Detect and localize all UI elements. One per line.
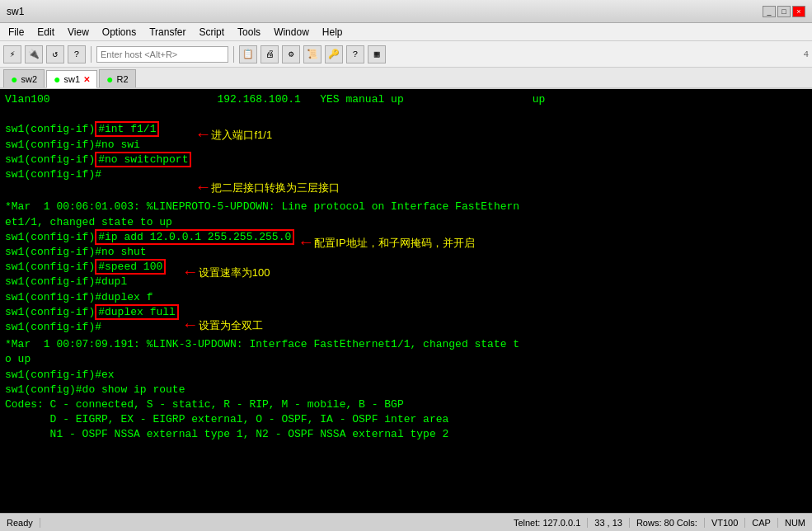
terminal-line-16: o up xyxy=(5,352,807,367)
toolbar-sep1 xyxy=(91,46,92,63)
arrow-no-swp: ← xyxy=(198,176,208,200)
annotation-no-swp: ← 把二层接口转换为三层接口 xyxy=(198,176,340,200)
terminal-area[interactable]: Vlan100 192.168.100.1 YES manual up up s… xyxy=(0,89,812,513)
window-controls[interactable]: _ □ × xyxy=(763,6,805,17)
status-cursor: 33 , 13 xyxy=(594,518,630,528)
status-ready: Ready xyxy=(7,518,40,528)
menu-window[interactable]: Window xyxy=(269,25,314,40)
menu-bar: File Edit View Options Transfer Script T… xyxy=(0,23,812,41)
highlight-duplex-full: #duplex full xyxy=(95,304,179,320)
annotation-block-1: ← 进入端口f1/1 ← 把二层接口转换为三层接口 xyxy=(198,122,340,200)
tab-r2[interactable]: ● R2 xyxy=(99,69,136,87)
terminal-line-0: Vlan100 192.168.100.1 YES manual up up xyxy=(5,92,807,107)
annotation-int-f1: ← 进入端口f1/1 xyxy=(198,124,340,147)
terminal-line-12: sw1(config-if)#duplex f xyxy=(5,290,179,305)
terminal-line-20: D - EIGRP, EX - EIGRP external, O - OSPF… xyxy=(5,412,807,427)
toolbar-btn4[interactable]: ? xyxy=(68,45,86,63)
annotation-ip-add-text: 配置IP地址，和子网掩码，并开启 xyxy=(314,236,474,251)
menu-script[interactable]: Script xyxy=(194,25,229,40)
status-left: Ready xyxy=(7,518,40,528)
highlight-no-switchport: #no switchport xyxy=(95,152,191,167)
block-int-f1: sw1(config-if)#int f1/1 sw1(config-if)#n… xyxy=(5,122,807,200)
terminal-line-19: Codes: C - connected, S - static, R - RI… xyxy=(5,397,807,412)
block-speed-duplex-lines: sw1(config-if)#speed 100 sw1(config-if)#… xyxy=(5,260,179,335)
menu-view[interactable]: View xyxy=(63,25,94,40)
terminal-line-2: sw1(config-if)#int f1/1 xyxy=(5,122,191,137)
status-vt: VT100 xyxy=(711,518,745,528)
toolbar-script-btn[interactable]: 📜 xyxy=(303,45,322,63)
spacer1 xyxy=(198,147,340,162)
terminal-line-4: sw1(config-if)#no switchport xyxy=(5,153,191,167)
terminal-line-14: sw1(config-if)# xyxy=(5,320,179,335)
block-ip-add: sw1(config-if)#ip add 12.0.0.1 255.255.2… xyxy=(5,230,807,260)
status-rowscols: Rows: 80 Cols: xyxy=(636,518,705,528)
highlight-speed: #speed 100 xyxy=(95,259,166,275)
arrow-int-f1: ← xyxy=(198,124,208,147)
annotation-no-swp-text: 把二层接口转换为三层接口 xyxy=(211,181,340,195)
toolbar-help-btn[interactable]: ? xyxy=(346,45,364,63)
terminal-line-18: sw1(config)#do show ip route xyxy=(5,383,807,397)
arrow-duplex: ← xyxy=(185,314,195,337)
toolbar-settings-btn[interactable]: ⚙ xyxy=(282,45,300,63)
annotation-duplex-text: 设置为全双工 xyxy=(199,318,263,333)
tab-sw2-label: sw2 xyxy=(21,74,37,84)
minimize-button[interactable]: _ xyxy=(763,6,776,17)
toolbar-key-btn[interactable]: 🔑 xyxy=(325,45,343,63)
terminal-line-1 xyxy=(5,107,807,122)
title-bar: sw1 _ □ × xyxy=(0,0,812,23)
status-telnet: Telnet: 127.0.0.1 xyxy=(514,518,588,528)
toolbar-print-btn[interactable]: 🖨 xyxy=(260,45,279,63)
host-input[interactable] xyxy=(96,46,228,63)
status-right: Telnet: 127.0.0.1 33 , 13 Rows: 80 Cols:… xyxy=(514,518,805,528)
status-bar: Ready Telnet: 127.0.0.1 33 , 13 Rows: 80… xyxy=(0,513,812,531)
menu-edit[interactable]: Edit xyxy=(32,25,59,40)
terminal-line-10: sw1(config-if)#speed 100 xyxy=(5,260,179,275)
arrow-ip-add: ← xyxy=(301,232,311,255)
toolbar-btn2[interactable]: 🔌 xyxy=(25,45,43,63)
block-speed-duplex: sw1(config-if)#speed 100 sw1(config-if)#… xyxy=(5,260,807,337)
tab-sw2-status-icon: ● xyxy=(11,73,17,86)
terminal-line-17: sw1(config-if)#ex xyxy=(5,368,807,383)
annotation-int-f1-text: 进入端口f1/1 xyxy=(211,128,272,143)
status-num: NUM xyxy=(785,518,805,528)
tab-sw2[interactable]: ● sw2 xyxy=(3,69,45,87)
terminal-line-8: sw1(config-if)#ip add 12.0.0.1 255.255.2… xyxy=(5,230,294,245)
annotation-speed-text: 设置速率为100 xyxy=(199,266,270,280)
arrow-speed: ← xyxy=(185,261,195,284)
terminal-line-9: sw1(config-if)#no shut xyxy=(5,245,294,260)
tab-sw1-close[interactable]: ✕ xyxy=(83,75,90,84)
annotation-speed: ← 设置速率为100 xyxy=(185,261,270,284)
window-title: sw1 xyxy=(7,6,24,17)
toolbar-copy-btn[interactable]: 📋 xyxy=(239,45,257,63)
tab-r2-label: R2 xyxy=(117,74,129,84)
toolbar-misc-btn[interactable]: ▦ xyxy=(368,45,386,63)
highlight-ip-add: #ip add 12.0.0.1 255.255.255.0 xyxy=(95,229,294,245)
menu-tools[interactable]: Tools xyxy=(232,25,265,40)
menu-file[interactable]: File xyxy=(3,25,29,40)
terminal-line-3: sw1(config-if)#no swi xyxy=(5,138,191,153)
tabs-bar: ● sw2 ● sw1 ✕ ● R2 xyxy=(0,68,812,89)
toolbar-btn3[interactable]: ↺ xyxy=(46,45,64,63)
tab-sw1[interactable]: ● sw1 ✕ xyxy=(46,70,97,88)
terminal-line-13: sw1(config-if)#duplex full xyxy=(5,305,179,320)
close-button[interactable]: × xyxy=(792,6,805,17)
annotation-block-speed-duplex: ← 设置速率为100 ← 设置为全双工 xyxy=(185,260,270,337)
spacer2 xyxy=(185,284,270,314)
tab-sw1-label: sw1 xyxy=(64,74,81,84)
toolbar: ⚡ 🔌 ↺ ? 📋 🖨 ⚙ 📜 🔑 ? ▦ 4 xyxy=(0,41,812,68)
terminal-line-21: N1 - OSPF NSSA external type 1, N2 - OSP… xyxy=(5,427,807,442)
status-caps: CAP xyxy=(752,518,778,528)
highlight-int-f1: #int f1/1 xyxy=(95,121,159,137)
maximize-button[interactable]: □ xyxy=(777,6,791,17)
terminal-line-15: *Mar 1 00:07:09.191: %LINK-3-UPDOWN: Int… xyxy=(5,337,807,352)
block-int-f1-lines: sw1(config-if)#int f1/1 sw1(config-if)#n… xyxy=(5,122,191,182)
menu-transfer[interactable]: Transfer xyxy=(144,25,190,40)
menu-options[interactable]: Options xyxy=(97,25,141,40)
terminal-line-11: sw1(config-if)#dupl xyxy=(5,275,179,289)
menu-help[interactable]: Help xyxy=(317,25,348,40)
annotation-duplex: ← 设置为全双工 xyxy=(185,314,270,337)
toolbar-new-btn[interactable]: ⚡ xyxy=(3,45,21,63)
toolbar-rightinfo: 4 xyxy=(803,49,809,59)
block-ip-add-lines: sw1(config-if)#ip add 12.0.0.1 255.255.2… xyxy=(5,230,294,260)
tab-r2-status-icon: ● xyxy=(106,73,113,86)
